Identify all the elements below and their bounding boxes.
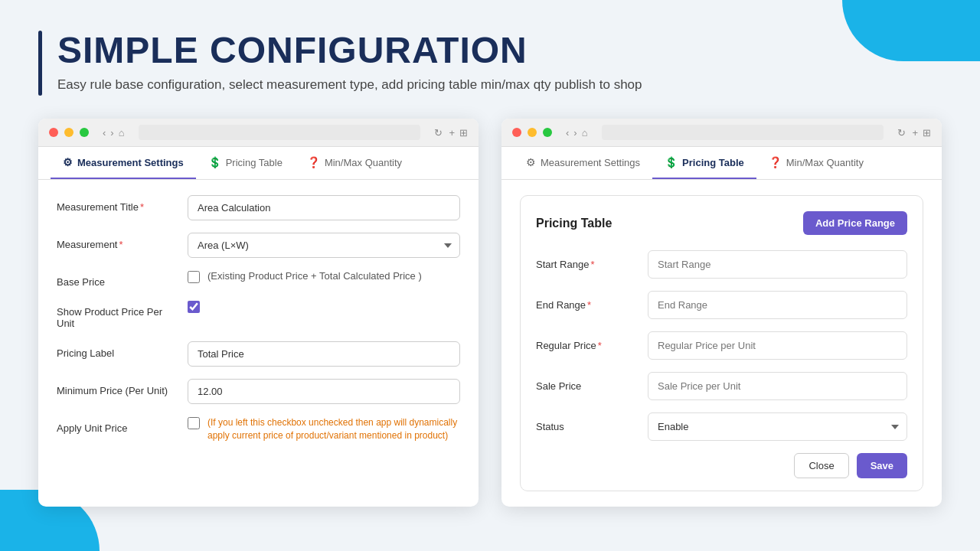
apply-unit-price-checkbox[interactable]	[188, 417, 200, 429]
apply-unit-price-warning: (If you left this checkbox unchecked the…	[207, 416, 460, 442]
add-price-range-button[interactable]: Add Price Range	[803, 211, 907, 235]
end-range-row: End Range*	[536, 291, 907, 319]
base-price-checkbox-label: (Existing Product Price + Total Calculat…	[207, 270, 422, 282]
nav-home-icon: ⌂	[119, 127, 125, 139]
end-range-input[interactable]	[648, 291, 907, 319]
nav-back-icon: ‹	[103, 127, 106, 139]
right-tab-pricing-label: Pricing Table	[682, 157, 744, 168]
header-bar-accent	[38, 31, 42, 96]
right-tab-pricing-table[interactable]: 💲 Pricing Table	[652, 147, 756, 179]
pricing-label-input[interactable]	[188, 341, 460, 367]
sale-price-row: Sale Price	[536, 372, 907, 400]
min-price-input[interactable]	[188, 379, 460, 404]
measurement-title-row: Measurement Title*	[57, 195, 460, 220]
pricing-label-label: Pricing Label	[57, 341, 175, 359]
page-title: SIMPLE CONFIGURATION	[57, 31, 642, 71]
measurement-title-label: Measurement Title*	[57, 195, 175, 213]
right-nav-back-icon: ‹	[566, 127, 569, 139]
apply-unit-price-label: Apply Unit Price	[57, 416, 175, 434]
regular-price-row: Regular Price*	[536, 331, 907, 360]
panels-row: ‹ › ⌂ ↻ + ⊞ ⚙ Measurement Settings 💲	[38, 119, 942, 507]
measurement-label: Measurement*	[57, 233, 175, 250]
start-range-input[interactable]	[648, 250, 907, 279]
sale-price-label: Sale Price	[536, 380, 635, 392]
base-price-checkbox-row: (Existing Product Price + Total Calculat…	[188, 270, 422, 283]
left-browser-bar: ‹ › ⌂ ↻ + ⊞	[38, 119, 479, 147]
left-tab-pricing-icon: 💲	[208, 156, 221, 168]
min-price-row: Minimum Price (Per Unit)	[57, 379, 460, 404]
left-tab-minmax-label: Min/Max Quantity	[325, 157, 402, 168]
dot-green	[80, 128, 89, 137]
right-browser-window: ‹ › ⌂ ↻ + ⊞ ⚙ Measurement Settings 💲	[501, 119, 942, 507]
status-select[interactable]: Enable Disable	[648, 412, 907, 441]
left-tab-pricing-label: Pricing Table	[226, 157, 283, 168]
left-tab-min-max[interactable]: ❓ Min/Max Quantity	[295, 147, 414, 179]
apply-unit-price-row: Apply Unit Price (If you left this check…	[57, 416, 460, 442]
base-price-row: Base Price (Existing Product Price + Tot…	[57, 270, 460, 288]
right-tab-measurement-label: Measurement Settings	[541, 157, 640, 168]
right-nav-forward-icon: ›	[573, 127, 577, 139]
browser-actions: + ⊞	[449, 127, 468, 139]
left-tab-pricing-table[interactable]: 💲 Pricing Table	[196, 147, 295, 179]
right-browser-search-bar	[602, 125, 884, 140]
right-tab-measurement-settings[interactable]: ⚙ Measurement Settings	[514, 147, 652, 179]
right-tab-bar: ⚙ Measurement Settings 💲 Pricing Table ❓…	[501, 147, 942, 180]
browser-nav: ‹ › ⌂	[103, 127, 125, 139]
nav-forward-icon: ›	[110, 127, 113, 139]
show-product-price-checkbox[interactable]	[188, 301, 200, 313]
start-range-row: Start Range*	[536, 250, 907, 279]
left-tab-measurement-settings[interactable]: ⚙ Measurement Settings	[51, 147, 196, 179]
status-label: Status	[536, 421, 635, 432]
right-tab-minmax-label: Min/Max Quantity	[786, 157, 864, 168]
pricing-form-container: Pricing Table Add Price Range Start Rang…	[520, 195, 923, 491]
measurement-row: Measurement* Area (L×W) Length Width Hei…	[57, 233, 460, 258]
pricing-table-title: Pricing Table	[536, 217, 612, 230]
close-button[interactable]: Close	[794, 453, 848, 478]
right-browser-reload-icon: ↻	[897, 127, 906, 139]
right-tab-pricing-icon: 💲	[665, 156, 678, 168]
left-tab-bar: ⚙ Measurement Settings 💲 Pricing Table ❓…	[38, 147, 479, 180]
left-tab-settings-icon: ⚙	[63, 156, 73, 168]
pricing-actions: Close Save	[536, 453, 907, 478]
show-product-price-checkbox-row	[188, 300, 200, 313]
left-tab-measurement-label: Measurement Settings	[77, 157, 184, 168]
measurement-select[interactable]: Area (L×W) Length Width Height	[188, 233, 460, 258]
left-panel-content: Measurement Title* Measurement* Area (L×…	[38, 180, 479, 470]
right-browser-nav: ‹ › ⌂	[566, 127, 588, 139]
regular-price-input[interactable]	[648, 331, 907, 360]
dot-yellow	[64, 128, 74, 137]
left-browser-window: ‹ › ⌂ ↻ + ⊞ ⚙ Measurement Settings 💲	[38, 119, 479, 507]
pricing-table-header: Pricing Table Add Price Range	[536, 211, 907, 235]
measurement-title-input[interactable]	[188, 195, 460, 220]
header-text: SIMPLE CONFIGURATION Easy rule base conf…	[57, 31, 642, 93]
right-nav-home-icon: ⌂	[582, 127, 588, 139]
browser-reload-icon: ↻	[434, 127, 443, 139]
save-button[interactable]: Save	[857, 453, 907, 478]
dot-red	[49, 128, 58, 137]
header-section: SIMPLE CONFIGURATION Easy rule base conf…	[38, 31, 942, 96]
page-subtitle: Easy rule base configuration, select mea…	[57, 77, 642, 93]
right-panel-content: Pricing Table Add Price Range Start Rang…	[501, 180, 942, 507]
base-price-checkbox[interactable]	[188, 271, 200, 283]
right-browser-bar: ‹ › ⌂ ↻ + ⊞	[501, 119, 942, 147]
right-tab-minmax-icon: ❓	[769, 156, 782, 168]
status-row: Status Enable Disable	[536, 412, 907, 441]
right-browser-plus-icon: +	[912, 127, 918, 139]
right-dot-yellow	[528, 128, 537, 137]
right-dot-red	[512, 128, 521, 137]
end-range-label: End Range*	[536, 299, 635, 311]
browser-plus-icon: +	[449, 127, 455, 139]
sale-price-input[interactable]	[648, 372, 907, 400]
apply-unit-price-checkbox-row: (If you left this checkbox unchecked the…	[188, 416, 460, 442]
pricing-label-row: Pricing Label	[57, 341, 460, 367]
show-product-price-row: Show Product Price Per Unit	[57, 300, 460, 329]
regular-price-label: Regular Price*	[536, 340, 635, 351]
right-tab-settings-icon: ⚙	[526, 156, 536, 168]
right-tab-min-max[interactable]: ❓ Min/Max Quantity	[756, 147, 876, 179]
min-price-label: Minimum Price (Per Unit)	[57, 379, 175, 396]
right-browser-grid-icon: ⊞	[923, 127, 931, 139]
left-tab-minmax-icon: ❓	[307, 156, 320, 168]
show-product-price-label: Show Product Price Per Unit	[57, 300, 175, 329]
right-dot-green	[543, 128, 552, 137]
right-browser-actions: + ⊞	[912, 127, 931, 139]
